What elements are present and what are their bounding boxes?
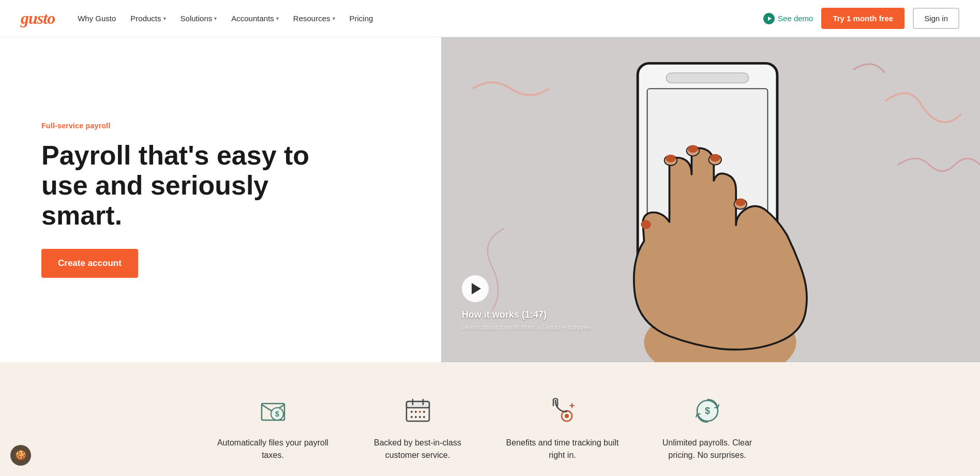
hero-left: Full-service payroll Payroll that's easy…: [0, 37, 441, 362]
feature-pricing: $ Unlimited payrolls. Clear pricing. No …: [635, 393, 780, 462]
pricing-icon: $: [691, 393, 724, 426]
chevron-down-icon: ▾: [276, 16, 279, 21]
calendar-icon: [401, 393, 434, 426]
nav-item-accountants[interactable]: Accountants ▾: [225, 10, 285, 27]
svg-point-25: [423, 411, 425, 413]
svg-point-29: [423, 416, 425, 418]
logo-text: gusto: [21, 9, 55, 27]
feature-payroll-taxes: $ Automatically files your payroll taxes…: [201, 393, 345, 462]
nav-item-products[interactable]: Products ▾: [124, 10, 172, 27]
hero-section: Full-service payroll Payroll that's easy…: [0, 37, 980, 362]
feature-benefits: Benefits and time tracking built right i…: [490, 393, 635, 462]
svg-point-13: [666, 155, 676, 162]
play-button[interactable]: [462, 275, 489, 302]
svg-point-24: [419, 411, 421, 413]
svg-rect-3: [666, 73, 748, 83]
svg-point-14: [641, 220, 651, 229]
create-account-button[interactable]: Create account: [41, 249, 138, 278]
logo[interactable]: gusto: [21, 9, 55, 28]
svg-rect-19: [406, 401, 429, 408]
main-nav: gusto Why Gusto Products ▾ Solutions ▾ A…: [0, 0, 980, 37]
nav-item-pricing[interactable]: Pricing: [343, 10, 380, 27]
chevron-down-icon: ▾: [214, 16, 217, 21]
nav-actions: See demo Try 1 month free Sign in: [763, 8, 959, 29]
nav-item-resources[interactable]: Resources ▾: [287, 10, 341, 27]
svg-point-27: [415, 416, 417, 418]
video-play-overlay: How it works (1:47) Learn about payroll …: [462, 275, 593, 331]
svg-text:$: $: [704, 406, 710, 416]
svg-point-10: [735, 199, 746, 206]
benefits-icon: [546, 393, 579, 426]
signin-button[interactable]: Sign in: [913, 8, 959, 29]
nav-item-solutions[interactable]: Solutions ▾: [174, 10, 223, 27]
feature-customer-service: Backed by best-in-class customer service…: [345, 393, 490, 462]
see-demo-link[interactable]: See demo: [763, 13, 813, 24]
svg-point-28: [419, 416, 421, 418]
svg-point-22: [411, 411, 413, 413]
nav-item-why-gusto[interactable]: Why Gusto: [71, 10, 122, 27]
nav-links: Why Gusto Products ▾ Solutions ▾ Account…: [71, 10, 763, 27]
svg-point-26: [411, 416, 413, 418]
feature-text-2: Backed by best-in-class customer service…: [361, 437, 475, 462]
video-subtitle: Learn about payroll from a Gusto employe…: [462, 323, 593, 331]
try-free-button[interactable]: Try 1 month free: [821, 8, 904, 29]
svg-point-11: [710, 154, 720, 162]
hero-title: Payroll that's easy to use and seriously…: [41, 140, 331, 231]
payroll-tax-icon: $: [257, 393, 290, 426]
video-title: How it works (1:47): [462, 309, 593, 320]
svg-point-12: [688, 145, 698, 153]
svg-point-31: [565, 414, 569, 418]
feature-text-3: Benefits and time tracking built right i…: [506, 437, 620, 462]
chevron-down-icon: ▾: [163, 16, 166, 21]
chevron-down-icon: ▾: [333, 16, 335, 21]
play-icon: [763, 13, 775, 24]
svg-point-23: [415, 411, 417, 413]
features-section: $ Automatically files your payroll taxes…: [0, 362, 980, 476]
feature-text-1: Automatically files your payroll taxes.: [216, 437, 330, 462]
svg-text:$: $: [275, 410, 279, 418]
feature-text-4: Unlimited payrolls. Clear pricing. No su…: [651, 437, 764, 462]
hero-video[interactable]: How it works (1:47) Learn about payroll …: [441, 37, 980, 362]
hero-label: Full-service payroll: [41, 122, 410, 130]
cookie-button[interactable]: 🍪: [10, 445, 31, 466]
